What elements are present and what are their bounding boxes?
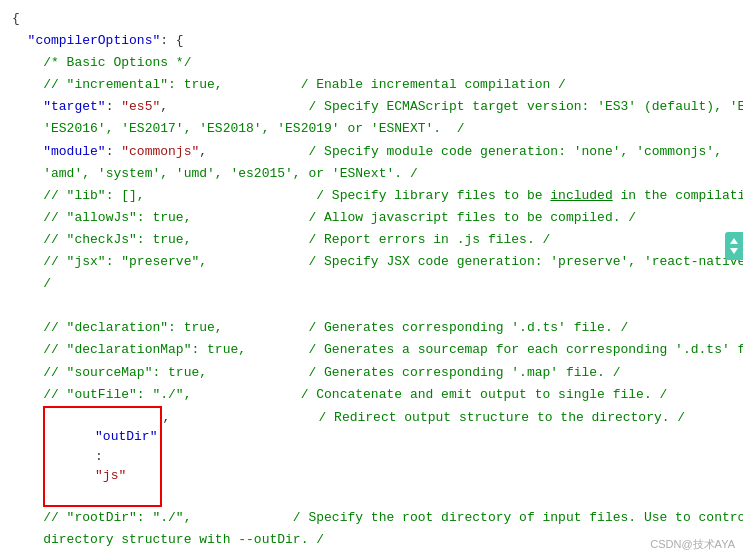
code-comment: 'ES2016', 'ES2017', 'ES2018', 'ES2019' o… — [43, 118, 464, 140]
code-comment: // "declaration": true, / Generates corr… — [43, 317, 628, 339]
code-line: // "rootDir": "./", / Specify the root d… — [12, 507, 731, 529]
code-text — [12, 339, 43, 361]
code-comment: directory structure with --outDir. / — [43, 529, 324, 551]
code-comment: // "jsx": "preserve", / Specify JSX code… — [43, 251, 743, 273]
code-line: // "declarationMap": true, / Generates a… — [12, 339, 731, 361]
code-comment: // "sourceMap": true, / Generates corres… — [43, 362, 620, 384]
code-comment: / — [43, 273, 51, 295]
code-comment: included — [550, 185, 612, 207]
code-line: "module" : "commonjs" , / Specify module… — [12, 141, 731, 163]
code-text — [12, 295, 20, 317]
code-comment: // "declarationMap": true, / Generates a… — [43, 339, 743, 361]
code-editor: { "compilerOptions" : { /* Basic Options… — [0, 0, 743, 560]
code-comment: // "checkJs": true, / Report errors in .… — [43, 229, 550, 251]
code-line: // "outFile": "./", / Concatenate and em… — [12, 384, 731, 406]
code-text — [12, 229, 43, 251]
code-text — [12, 317, 43, 339]
code-line: / — [12, 273, 731, 295]
code-text: , — [160, 96, 308, 118]
code-text — [12, 30, 28, 52]
code-line: directory structure with --outDir. / — [12, 529, 731, 551]
code-line: // "allowJs": true, / Allow javascript f… — [12, 207, 731, 229]
highlighted-code-line: "outDir" : "js" , / Redirect output stru… — [12, 406, 731, 508]
code-line: "compilerOptions" : { — [12, 30, 731, 52]
code-comment: 'amd', 'system', 'umd', 'es2015', or 'ES… — [43, 163, 417, 185]
code-line: /* Basic Options */ — [12, 52, 731, 74]
code-comment: / Specify module code generation: 'none'… — [308, 141, 721, 163]
watermark: CSDN@技术AYA — [650, 537, 735, 552]
code-text: : — [95, 449, 111, 464]
code-text: : — [106, 141, 122, 163]
code-line — [12, 551, 731, 560]
code-text — [12, 407, 43, 429]
scroll-up-icon[interactable] — [730, 238, 738, 244]
code-line: // "declaration": true, / Generates corr… — [12, 317, 731, 339]
scroll-down-icon[interactable] — [730, 248, 738, 254]
code-text — [12, 551, 20, 560]
scroll-indicator[interactable] — [725, 232, 743, 260]
code-line: 'ES2016', 'ES2017', 'ES2018', 'ES2019' o… — [12, 118, 731, 140]
code-comment: in the compilation. / — [613, 185, 743, 207]
code-comment: / Specify ECMAScript target version: 'ES… — [309, 96, 744, 118]
code-text — [12, 207, 43, 229]
code-text — [12, 141, 43, 163]
code-line: 'amd', 'system', 'umd', 'es2015', or 'ES… — [12, 163, 731, 185]
code-text: : { — [160, 30, 183, 52]
code-line: // "checkJs": true, / Report errors in .… — [12, 229, 731, 251]
code-line: // "incremental": true, / Enable increme… — [12, 74, 731, 96]
code-line — [12, 295, 731, 317]
code-string: "js" — [95, 468, 126, 483]
code-text — [12, 163, 43, 185]
code-text — [12, 507, 43, 529]
code-comment: // "outFile": "./", / Concatenate and em… — [43, 384, 667, 406]
code-text — [12, 251, 43, 273]
code-key: "compilerOptions" — [28, 30, 161, 52]
code-text: { — [12, 8, 20, 30]
code-line: // "jsx": "preserve", / Specify JSX code… — [12, 251, 731, 273]
code-text — [12, 529, 43, 551]
code-comment: // "lib": [], / Specify library files to… — [43, 185, 550, 207]
code-text — [12, 118, 43, 140]
code-text — [12, 362, 43, 384]
code-key: "outDir" — [95, 429, 157, 444]
code-string: "es5" — [121, 96, 160, 118]
code-text: , — [162, 407, 318, 429]
code-comment: // "incremental": true, / Enable increme… — [43, 74, 566, 96]
code-text — [12, 273, 43, 295]
code-text — [12, 96, 43, 118]
code-text — [12, 185, 43, 207]
highlighted-region: "outDir" : "js" — [43, 406, 162, 508]
code-line: { — [12, 8, 731, 30]
code-text — [12, 384, 43, 406]
code-text — [12, 74, 43, 96]
code-comment: / Redirect output structure to the direc… — [318, 407, 685, 429]
code-comment: // "allowJs": true, / Allow javascript f… — [43, 207, 636, 229]
code-text — [12, 52, 43, 74]
code-key: "target" — [43, 96, 105, 118]
code-key: "module" — [43, 141, 105, 163]
code-comment: /* Basic Options */ — [43, 52, 191, 74]
code-text: , — [199, 141, 308, 163]
code-line: // "lib": [], / Specify library files to… — [12, 185, 731, 207]
code-text: : — [106, 96, 122, 118]
code-line: "target" : "es5" , / Specify ECMAScript … — [12, 96, 731, 118]
code-string: "commonjs" — [121, 141, 199, 163]
code-comment: // "rootDir": "./", / Specify the root d… — [43, 507, 743, 529]
code-line: // "sourceMap": true, / Generates corres… — [12, 362, 731, 384]
